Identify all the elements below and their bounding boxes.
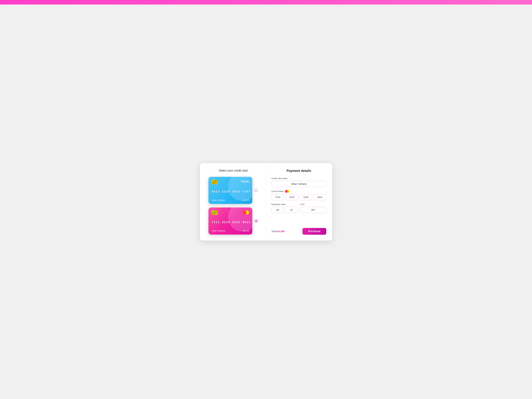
card-number-inputs bbox=[272, 194, 326, 200]
ccv-input[interactable] bbox=[300, 207, 326, 213]
exp-inputs bbox=[272, 207, 298, 213]
visa-card-bottom: Akbar Yudharta 06 / 23 bbox=[212, 199, 249, 201]
visa-credit-card[interactable]: VISA 5413 2210 3415 7107 Akbar Yudharta … bbox=[209, 177, 252, 204]
cn-mc-red-circle bbox=[285, 190, 288, 193]
mc-red-circle bbox=[242, 210, 247, 215]
mc-card-top bbox=[212, 210, 249, 215]
right-section: Payment details Credit card name Card nu… bbox=[266, 163, 332, 241]
mc-radio-button[interactable] bbox=[254, 219, 258, 223]
mastercard-logo bbox=[242, 210, 249, 215]
card-number-mc-logo bbox=[285, 190, 290, 193]
card-number-input-4[interactable] bbox=[314, 194, 326, 200]
visa-brand-label: VISA bbox=[241, 180, 249, 184]
mc-credit-card[interactable]: 7213 3210 2215 8011 Akbar Yudharta 08 / … bbox=[209, 208, 252, 234]
cc-name-group: Credit card name bbox=[272, 177, 326, 187]
card-number-input-3[interactable] bbox=[300, 194, 312, 200]
exp-ccv-group: Expiration date CCV bbox=[272, 203, 326, 213]
card-number-input-1[interactable] bbox=[272, 194, 284, 200]
ccv-label: CCV bbox=[300, 203, 326, 206]
left-section: Select your credit card VISA bbox=[200, 163, 266, 241]
visa-card-holder: Akbar Yudharta bbox=[212, 199, 225, 201]
top-bar bbox=[0, 0, 532, 5]
left-section-title: Select your credit card bbox=[219, 169, 248, 172]
card-number-group: Card number bbox=[272, 190, 326, 200]
mc-chip-icon bbox=[212, 210, 218, 215]
cc-name-label: Credit card name bbox=[272, 177, 326, 180]
visa-card-expiry: 06 / 23 bbox=[243, 199, 249, 201]
visa-card-row: VISA 5413 2210 3415 7107 Akbar Yudharta … bbox=[209, 177, 258, 204]
page-background: Select your credit card VISA bbox=[0, 5, 532, 399]
purchase-button[interactable]: Purchase bbox=[302, 228, 326, 235]
mc-card-holder: Akbar Yudharta bbox=[212, 230, 225, 232]
exp-year-input[interactable] bbox=[285, 207, 298, 213]
total-amount: $1,200 bbox=[277, 230, 285, 233]
cc-name-input[interactable] bbox=[272, 181, 326, 187]
payment-title: Payment details bbox=[272, 169, 326, 173]
main-panel: Select your credit card VISA bbox=[200, 163, 332, 241]
expiration-group: Expiration date bbox=[272, 203, 298, 213]
total-text: Total $1,200 bbox=[272, 230, 285, 233]
card-number-label-row: Card number bbox=[272, 190, 326, 193]
card-number-label: Card number bbox=[272, 190, 284, 192]
exp-month-input[interactable] bbox=[272, 207, 284, 213]
card-number-input-2[interactable] bbox=[285, 194, 298, 200]
mc-card-row: 7213 3210 2215 8011 Akbar Yudharta 08 / … bbox=[209, 208, 258, 234]
mc-card-expiry: 08 / 23 bbox=[243, 230, 249, 232]
cards-list: VISA 5413 2210 3415 7107 Akbar Yudharta … bbox=[206, 177, 261, 234]
visa-card-top: VISA bbox=[212, 180, 249, 184]
mc-card-bottom: Akbar Yudharta 08 / 23 bbox=[212, 230, 249, 232]
ccv-group: CCV bbox=[300, 203, 326, 213]
mc-card-number: 7213 3210 2215 8011 bbox=[212, 221, 249, 224]
expiration-label: Expiration date bbox=[272, 203, 298, 206]
visa-radio-button[interactable] bbox=[254, 189, 258, 192]
purchase-row: Total $1,200 Purchase bbox=[272, 225, 326, 235]
visa-card-number: 5413 2210 3415 7107 bbox=[212, 190, 249, 193]
chip-icon bbox=[212, 180, 218, 184]
